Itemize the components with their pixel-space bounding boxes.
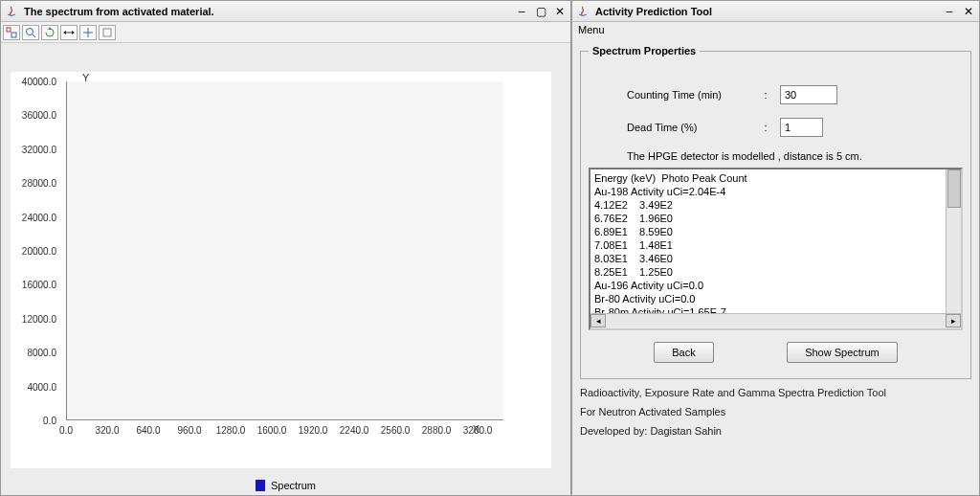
legend-label: Spectrum xyxy=(271,480,316,491)
legend-color-box xyxy=(256,480,265,491)
colon: : xyxy=(751,89,780,101)
window-controls: – ✕ xyxy=(943,5,975,18)
select-tool-icon[interactable] xyxy=(3,25,20,40)
edit-tool-icon[interactable] xyxy=(99,25,116,40)
maximize-button[interactable]: ▢ xyxy=(534,5,547,18)
java-icon xyxy=(576,5,590,18)
back-button[interactable]: Back xyxy=(654,342,713,363)
titlebar-left[interactable]: The spectrum from activated material. – … xyxy=(1,1,570,22)
zoom-tool-icon[interactable] xyxy=(22,25,39,40)
chart-legend: Spectrum xyxy=(1,476,570,495)
hpge-note: The HPGE detector is modelled , distance… xyxy=(589,150,963,162)
svg-rect-1 xyxy=(11,33,16,37)
java-icon xyxy=(5,5,18,18)
plot-area[interactable]: X xyxy=(66,81,503,420)
counting-time-label: Counting Time (min) xyxy=(589,89,751,101)
spectrum-window: The spectrum from activated material. – … xyxy=(0,0,571,496)
window-controls: – ▢ ✕ xyxy=(515,5,567,18)
results-content: Energy (keV) Photo Peak Count Au-198 Act… xyxy=(590,169,961,330)
scrollbar-horizontal[interactable]: ◂ ▸ xyxy=(590,313,961,328)
toolbar xyxy=(1,22,570,43)
activity-prediction-window: Activity Prediction Tool – ✕ Menu Spectr… xyxy=(571,0,980,496)
close-button[interactable]: ✕ xyxy=(962,5,975,18)
show-spectrum-button[interactable]: Show Spectrum xyxy=(787,342,898,363)
counting-time-input[interactable] xyxy=(780,85,837,104)
title-text-left: The spectrum from activated material. xyxy=(24,6,515,17)
title-text-right: Activity Prediction Tool xyxy=(595,6,943,17)
footer-line-2: For Neutron Activated Samples xyxy=(572,402,979,421)
scrollbar-vertical[interactable] xyxy=(946,169,961,313)
minimize-button[interactable]: – xyxy=(943,5,956,18)
fieldset-legend: Spectrum Properties xyxy=(589,45,700,56)
svg-point-2 xyxy=(27,28,33,34)
y-axis: 0.04000.08000.012000.016000.020000.02400… xyxy=(11,81,62,420)
dead-time-label: Dead Time (%) xyxy=(589,122,751,133)
menu-bar: Menu xyxy=(572,22,979,41)
svg-rect-0 xyxy=(7,28,11,32)
crosshair-tool-icon[interactable] xyxy=(79,25,97,40)
spectrum-properties-fieldset: Spectrum Properties Counting Time (min) … xyxy=(580,45,971,379)
results-textarea[interactable]: Energy (keV) Photo Peak Count Au-198 Act… xyxy=(589,168,963,330)
footer-line-3: Developed by: Dagistan Sahin xyxy=(572,421,979,440)
svg-marker-4 xyxy=(48,27,52,30)
footer-line-1: Radioactivity, Exposure Rate and Gamma S… xyxy=(572,383,979,402)
titlebar-right[interactable]: Activity Prediction Tool – ✕ xyxy=(572,1,979,22)
scroll-left-icon[interactable]: ◂ xyxy=(590,314,606,327)
svg-line-3 xyxy=(33,34,35,37)
svg-rect-10 xyxy=(103,29,111,36)
minimize-button[interactable]: – xyxy=(515,5,528,18)
chart-area: Y 0.04000.08000.012000.016000.020000.024… xyxy=(11,72,551,468)
pan-tool-icon[interactable] xyxy=(60,25,78,40)
x-axis: 0.0320.0640.0960.01280.01600.01920.02240… xyxy=(66,425,503,440)
scroll-right-icon[interactable]: ▸ xyxy=(946,314,961,327)
colon: : xyxy=(751,122,780,133)
close-button[interactable]: ✕ xyxy=(553,5,567,18)
dead-time-input[interactable] xyxy=(780,118,823,137)
menu-item-menu[interactable]: Menu xyxy=(578,24,605,35)
svg-marker-6 xyxy=(63,31,66,34)
reset-tool-icon[interactable] xyxy=(41,25,58,40)
svg-marker-7 xyxy=(72,31,75,34)
